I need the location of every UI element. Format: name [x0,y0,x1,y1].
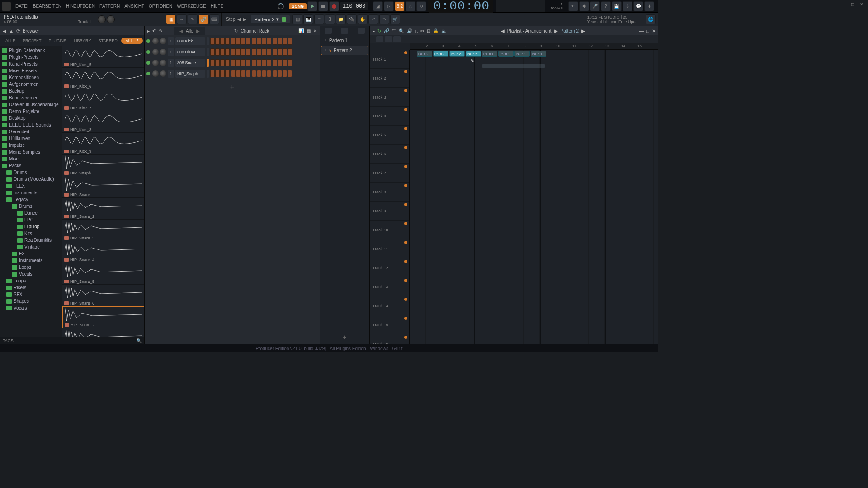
channel-mute-led[interactable] [146,50,150,54]
channel-vol-knob[interactable] [160,38,166,44]
step-cell[interactable] [210,59,215,66]
tree-item[interactable]: Plugin-Presets [0,54,62,61]
pattern-item[interactable]: ⋮⋮▸Pattern 2 [321,46,368,55]
browser-tree[interactable]: Plugin-DatenbankPlugin-PresetsKanal-Pres… [0,46,62,337]
mixer-button[interactable]: 🎚 [325,14,335,24]
step-cell[interactable] [220,38,225,45]
playlist-crumb[interactable]: Pattern 2 [561,28,579,33]
track-mute-led[interactable] [404,51,407,54]
piano-roll-button[interactable]: 🎹 [303,14,313,24]
sync-button[interactable]: ✱ [579,1,589,11]
track-mute-led[interactable] [404,279,407,282]
help-button[interactable]: ? [601,1,611,11]
pl-max-icon[interactable]: □ [646,28,649,33]
tree-item[interactable]: Kits [0,230,62,237]
step-cell[interactable] [236,48,241,56]
browser-tab-plugins[interactable]: PLUGINS [45,37,71,44]
playlist-clip[interactable]: Pa..n 2 [449,51,465,57]
step-cell[interactable] [257,38,261,45]
cr-redo-icon[interactable]: ↷ [159,28,162,33]
pattern-picker-add-button[interactable]: + [320,332,369,343]
tree-item[interactable]: Instruments [0,189,62,196]
tree-item[interactable]: SFX [0,291,62,298]
tree-item[interactable]: Demo-Projekte [0,108,62,115]
pl-snap-icon[interactable]: ⎍ [415,28,418,33]
pl-zoom-icon[interactable]: 🔍 [399,28,404,33]
pl-focus-icon[interactable]: ⊡ [427,28,430,33]
tree-item[interactable]: Packs [0,162,62,169]
step-cell[interactable] [231,70,236,77]
step-cell[interactable] [252,59,256,66]
track-mute-led[interactable] [404,317,407,320]
channel-number[interactable]: 1 [168,37,174,45]
step-cell[interactable] [262,70,266,77]
plugin-button[interactable]: 🔌 [347,14,357,24]
step-cell[interactable] [241,38,245,45]
tree-item[interactable]: FX [0,250,62,257]
step-cell[interactable] [236,38,241,45]
channel-name[interactable]: 808 HiHat [175,48,205,56]
tree-item[interactable]: Shapes [0,298,62,305]
channel-select[interactable] [207,70,209,78]
playlist-clip[interactable]: Pa..n 2 [433,51,448,57]
menu-hinzufuegen[interactable]: HINZUFüGEN [64,3,97,9]
channel-number[interactable]: 1 [168,48,174,56]
track-header[interactable]: Track 1 [370,50,409,69]
step-cell[interactable] [210,48,215,56]
step-cell[interactable] [231,38,236,45]
tree-item[interactable]: Vocals [0,271,62,277]
tree-item[interactable]: Benutzerdaten [0,94,62,101]
tree-item[interactable]: Loops [0,277,62,284]
pattern-add-button[interactable] [282,17,286,22]
track-header[interactable]: Track 5 [370,126,409,145]
track-header[interactable]: Track 12 [370,258,409,277]
shop-button[interactable]: 🛒 [390,14,400,24]
undo-button[interactable]: ↶ [368,14,378,24]
menu-hilfe[interactable]: HILFE [209,3,225,9]
browser-button[interactable]: 📁 [336,14,346,24]
channel-vol-knob[interactable] [160,49,166,55]
step-cell[interactable] [241,59,245,66]
step-cell[interactable] [283,48,287,56]
picker-edit-icon[interactable] [358,28,365,34]
sample-row[interactable]: HIP_Snare_2 [62,198,144,220]
audio-button[interactable]: 🎤 [590,1,600,11]
pl-lock-icon[interactable]: 🔒 [433,28,439,33]
tree-item[interactable]: EEEE EEEE Sounds [0,122,62,128]
sample-row[interactable]: HIP_Snare_8 [62,328,144,337]
main-volume-knob[interactable] [98,15,106,23]
step-cell[interactable] [210,38,215,45]
sample-row[interactable]: HIP_Kick_6 [62,68,144,89]
step-cell[interactable] [215,59,220,66]
track-header[interactable]: Track 11 [370,239,409,258]
pl-next-icon[interactable]: ▶ [554,28,558,33]
menu-datei[interactable]: DATEI [14,3,30,9]
pattern-selector[interactable]: Pattern 2 ▾ [251,15,290,23]
step-cell[interactable] [288,70,292,77]
step-cell[interactable] [278,48,282,56]
channel-vol-knob[interactable] [160,70,166,77]
track-header[interactable]: Track 9 [370,202,409,221]
step-cell[interactable] [246,38,250,45]
sample-row[interactable]: HIP_Kick_7 [62,89,144,111]
track-mute-led[interactable] [404,241,407,244]
record-button[interactable] [329,1,339,11]
step-cell[interactable] [231,48,236,56]
link-button[interactable]: ✎ [188,14,198,24]
tree-item[interactable]: Kanal-Presets [0,61,62,67]
browser-samples[interactable]: HIP_Kick_5HIP_Kick_6HIP_Kick_7HIP_Kick_8… [62,46,144,337]
tree-item[interactable]: Loops [0,264,62,271]
step-cell[interactable] [283,70,287,77]
sample-row[interactable]: HIP_Snare_5 [62,263,144,285]
cr-menu-icon[interactable]: ▸ [147,28,150,33]
tree-item[interactable]: Instruments [0,257,62,264]
playlist-clip[interactable]: Pa..n 1 [482,51,497,57]
step-cell[interactable] [283,59,287,66]
step-cell[interactable] [257,70,261,77]
tempo-tap-button[interactable]: ✋ [358,14,368,24]
step-cell[interactable] [273,59,277,66]
step-cell[interactable] [225,70,230,77]
track-mute-led[interactable] [404,184,407,187]
track-header[interactable]: Track 14 [370,296,409,315]
step-cell[interactable] [220,59,225,66]
